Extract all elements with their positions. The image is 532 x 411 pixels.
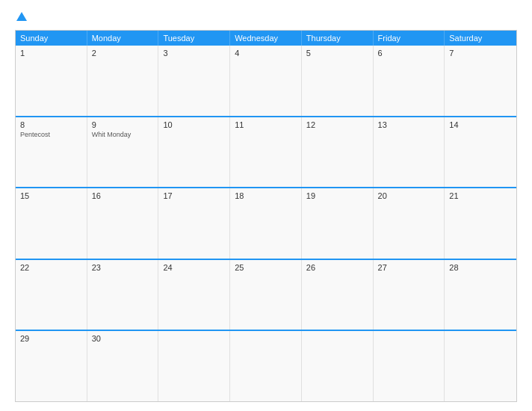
week-row-0: 1234567 <box>16 46 516 116</box>
day-header-saturday: Saturday <box>445 31 516 46</box>
day-cell: 27 <box>374 260 445 330</box>
week-row-3: 22232425262728 <box>16 259 516 330</box>
day-number: 14 <box>449 120 512 129</box>
day-header-sunday: Sunday <box>16 31 87 46</box>
day-cell: 30 <box>87 331 159 401</box>
day-cell: 19 <box>302 188 374 259</box>
day-cell: 12 <box>302 117 374 188</box>
week-row-1: 8Pentecost9Whit Monday1011121314 <box>16 116 516 188</box>
day-cell <box>374 331 445 401</box>
day-cell: 13 <box>374 117 445 188</box>
day-cell: 20 <box>374 188 445 259</box>
day-number: 13 <box>378 120 440 129</box>
day-number: 25 <box>235 263 297 272</box>
day-number: 23 <box>92 263 154 272</box>
day-number: 9 <box>92 120 154 129</box>
day-header-friday: Friday <box>374 31 445 46</box>
day-cell: 22 <box>16 260 87 330</box>
day-cell: 8Pentecost <box>16 117 87 188</box>
day-number: 21 <box>449 191 512 200</box>
day-number: 26 <box>306 263 368 272</box>
day-cell: 23 <box>87 260 159 330</box>
day-cell: 25 <box>230 260 302 330</box>
day-number: 8 <box>20 120 82 129</box>
day-number: 17 <box>163 191 225 200</box>
day-number: 5 <box>306 49 368 58</box>
day-header-monday: Monday <box>87 31 159 46</box>
logo <box>15 12 27 22</box>
day-number: 15 <box>20 191 82 200</box>
day-number: 4 <box>235 49 297 58</box>
holiday-label: Whit Monday <box>92 131 154 139</box>
day-cell: 15 <box>16 188 87 259</box>
day-number: 24 <box>163 263 225 272</box>
day-number: 10 <box>163 120 225 129</box>
day-number: 18 <box>235 191 297 200</box>
day-cell: 16 <box>87 188 159 259</box>
day-cell: 5 <box>302 46 374 116</box>
day-cell: 21 <box>445 188 516 259</box>
calendar-grid: SundayMondayTuesdayWednesdayThursdayFrid… <box>15 30 517 402</box>
day-number: 3 <box>163 49 225 58</box>
day-cell: 10 <box>158 117 230 188</box>
day-number: 2 <box>92 49 154 58</box>
day-cell: 29 <box>16 331 87 401</box>
week-row-4: 2930 <box>16 330 516 401</box>
day-headers-row: SundayMondayTuesdayWednesdayThursdayFrid… <box>16 31 516 46</box>
day-cell: 14 <box>445 117 516 188</box>
day-number: 27 <box>378 263 440 272</box>
weeks-container: 12345678Pentecost9Whit Monday10111213141… <box>16 46 516 401</box>
day-cell: 3 <box>158 46 230 116</box>
day-header-tuesday: Tuesday <box>158 31 230 46</box>
day-number: 12 <box>306 120 368 129</box>
header <box>15 12 517 22</box>
day-number: 28 <box>449 263 512 272</box>
day-number: 30 <box>92 334 154 343</box>
day-number: 6 <box>378 49 440 58</box>
day-cell: 24 <box>158 260 230 330</box>
day-cell <box>302 331 374 401</box>
day-number: 19 <box>306 191 368 200</box>
week-row-2: 15161718192021 <box>16 187 516 259</box>
day-cell: 17 <box>158 188 230 259</box>
day-cell <box>445 331 516 401</box>
day-header-thursday: Thursday <box>302 31 374 46</box>
day-cell <box>230 331 302 401</box>
day-cell <box>158 331 230 401</box>
day-cell: 6 <box>374 46 445 116</box>
day-cell: 4 <box>230 46 302 116</box>
logo-triangle-icon <box>16 12 27 21</box>
day-number: 20 <box>378 191 440 200</box>
day-number: 29 <box>20 334 82 343</box>
day-cell: 9Whit Monday <box>87 117 159 188</box>
day-cell: 28 <box>445 260 516 330</box>
day-number: 11 <box>235 120 297 129</box>
holiday-label: Pentecost <box>20 131 82 139</box>
calendar-page: SundayMondayTuesdayWednesdayThursdayFrid… <box>0 0 532 411</box>
day-number: 22 <box>20 263 82 272</box>
logo-wordmark <box>15 12 27 22</box>
day-number: 7 <box>449 49 512 58</box>
day-cell: 1 <box>16 46 87 116</box>
day-cell: 11 <box>230 117 302 188</box>
day-number: 1 <box>20 49 82 58</box>
day-cell: 18 <box>230 188 302 259</box>
day-cell: 26 <box>302 260 374 330</box>
day-cell: 2 <box>87 46 159 116</box>
day-header-wednesday: Wednesday <box>230 31 302 46</box>
day-number: 16 <box>92 191 154 200</box>
day-cell: 7 <box>445 46 516 116</box>
